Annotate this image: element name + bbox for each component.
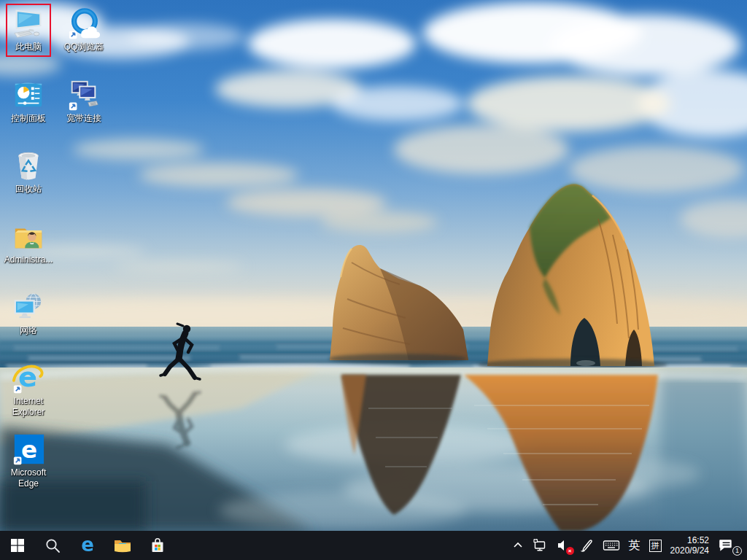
broadband-icon (66, 79, 102, 112)
store-icon (149, 537, 166, 554)
clock-date: 2020/9/24 (670, 545, 709, 556)
ime-language-label: 英 (629, 538, 640, 553)
start-icon (9, 537, 26, 553)
tray-windows-ink-pen[interactable] (575, 531, 598, 560)
icon-label: 回收站 (15, 184, 42, 195)
search-button[interactable] (35, 531, 70, 560)
tray-clock[interactable]: 16:52 2020/9/24 (666, 531, 713, 560)
desktop-icon-admin-folder[interactable]: Administra... (1, 220, 55, 265)
search-icon (44, 537, 61, 553)
desktop-icon-this-pc[interactable]: 此电脑 (1, 7, 55, 52)
svg-text:e: e (21, 436, 37, 464)
tray-ime-pinyin[interactable]: 拼 (645, 531, 666, 560)
svg-text:e: e (81, 536, 94, 555)
this-pc-icon (10, 7, 47, 41)
internet-explorer-icon: e (10, 362, 47, 395)
touch-keyboard-icon (603, 538, 620, 553)
icon-label: 控制面板 (11, 113, 46, 124)
taskbar-left: e (0, 531, 175, 560)
desktop-icon-recycle-bin[interactable]: 回收站 (1, 149, 55, 195)
start-button[interactable] (0, 531, 35, 560)
desktop-icon-control-panel[interactable]: 控制面板 (1, 79, 55, 124)
tray-ime-language[interactable]: 英 (624, 531, 645, 560)
desktop-icon-broadband[interactable]: 宽带连接 (57, 79, 111, 124)
recycle-bin-icon (10, 149, 47, 183)
icon-label: Administra... (4, 254, 53, 265)
tray-volume-muted[interactable]: × (551, 531, 575, 560)
qq-browser-icon (66, 7, 102, 41)
icon-label: 此电脑 (15, 42, 42, 52)
taskbar: e (0, 531, 747, 560)
desktop-icon-internet-explorer[interactable]: e Internet Explorer (1, 362, 55, 418)
tray-network[interactable] (528, 531, 551, 560)
action-center-icon (718, 537, 734, 553)
pen-icon (579, 538, 594, 553)
icon-label: 宽带连接 (66, 113, 101, 124)
control-panel-icon (10, 79, 47, 112)
icon-label: Internet Explorer (1, 396, 55, 418)
tray-action-center[interactable]: 1 (713, 531, 741, 560)
file-explorer-icon (113, 536, 132, 555)
icon-label: QQ浏览器 (64, 42, 104, 52)
tray-touch-keyboard[interactable] (598, 531, 624, 560)
clock-time: 16:52 (670, 535, 709, 545)
icon-label: Microsoft Edge (1, 467, 55, 489)
edge-taskbar-button[interactable]: e (70, 531, 105, 560)
tray-show-hidden-icons[interactable] (508, 531, 528, 560)
volume-muted-badge: × (566, 547, 574, 555)
desktop-wallpaper (0, 0, 747, 531)
network-icon (10, 291, 47, 324)
file-explorer-button[interactable] (105, 531, 140, 560)
desktop-icon-network[interactable]: 网络 (1, 291, 55, 336)
store-button[interactable] (140, 531, 175, 560)
edge-icon: e (78, 536, 97, 555)
system-tray: × 英 拼 16:52 2020/9/24 (508, 531, 747, 560)
chevron-up-icon (512, 540, 524, 551)
network-ethernet-icon (533, 538, 547, 553)
icon-label: 网络 (20, 325, 37, 336)
desktop-icon-microsoft-edge[interactable]: e Microsoft Edge (1, 433, 55, 489)
microsoft-edge-icon: e (10, 433, 47, 467)
user-folder-icon (10, 220, 47, 254)
ime-pinyin-label: 拼 (649, 540, 662, 552)
notification-count-badge: 1 (732, 546, 742, 556)
desktop-icon-qq-browser[interactable]: QQ浏览器 (57, 7, 111, 52)
